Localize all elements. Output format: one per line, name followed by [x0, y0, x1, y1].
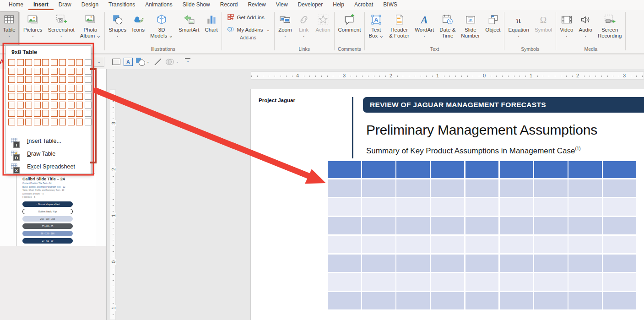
- slide-table-cell[interactable]: [362, 255, 395, 272]
- table-grid-cell-r2c9[interactable]: [76, 68, 83, 75]
- table-grid-cell-r1c4[interactable]: [34, 59, 41, 66]
- table-grid-cell-r5c1[interactable]: [8, 93, 15, 100]
- table-grid-cell-r3c6[interactable]: [51, 76, 58, 83]
- table-grid-cell-r5c5[interactable]: [42, 93, 49, 100]
- slide-table-cell[interactable]: [603, 273, 636, 291]
- table-grid-cell-r3c7[interactable]: [59, 76, 66, 83]
- table-grid-cell-r5c10[interactable]: [85, 93, 92, 100]
- line-tool-icon[interactable]: [153, 57, 162, 66]
- slide-table-header-cell[interactable]: [465, 161, 499, 178]
- slide-table-cell[interactable]: [362, 198, 395, 216]
- table-grid-cell-r7c4[interactable]: [34, 110, 41, 117]
- audio-button[interactable]: Audio⌄: [576, 11, 595, 45]
- table-grid-cell-r1c6[interactable]: [51, 59, 58, 66]
- font-color-icon[interactable]: A: [0, 57, 4, 65]
- slide-table-cell[interactable]: [362, 217, 395, 235]
- shapes-tool-chevron-icon[interactable]: ⌄: [146, 60, 150, 64]
- slide-table-cell[interactable]: [500, 179, 533, 197]
- slide-table-cell[interactable]: [500, 217, 533, 235]
- slide-table-cell[interactable]: [534, 292, 568, 310]
- get-add-ins-button[interactable]: Get Add-ins: [227, 13, 270, 22]
- table-grid-cell-r1c7[interactable]: [59, 59, 66, 66]
- pictures-button[interactable]: Pictures⌄: [21, 11, 45, 45]
- menu-item-insert-table[interactable]: IInsert Table...: [6, 135, 92, 147]
- style-combo-dropdown[interactable]: ⌄: [93, 57, 104, 67]
- slide-table-cell[interactable]: [534, 198, 568, 216]
- smartart-button[interactable]: SmartArt: [176, 11, 202, 45]
- shapes-tool-icon[interactable]: [135, 57, 146, 66]
- slide-table-cell[interactable]: [568, 217, 602, 235]
- slide-table-cell[interactable]: [500, 236, 533, 254]
- tab-review[interactable]: Review: [243, 0, 271, 10]
- table-grid-cell-r8c1[interactable]: [8, 119, 15, 125]
- my-add-ins-button[interactable]: My Add-ins⌄: [227, 25, 270, 34]
- slide-table-cell[interactable]: [568, 273, 602, 291]
- slide-table-header-cell[interactable]: [500, 161, 533, 178]
- table-grid-cell-r8c9[interactable]: [76, 119, 83, 125]
- video-button[interactable]: Video⌄: [557, 11, 576, 45]
- table-grid-cell-r4c1[interactable]: [8, 85, 15, 92]
- slide-table-cell[interactable]: [465, 217, 499, 235]
- slide-table-header-cell[interactable]: [328, 161, 361, 178]
- table-grid-cell-r8c3[interactable]: [25, 119, 32, 125]
- slide-editing-surface[interactable]: Project Jaguar REVIEW OF JAGUAR MANAGEME…: [251, 89, 644, 320]
- table-grid-cell-r6c8[interactable]: [68, 102, 75, 108]
- tab-slide-show[interactable]: Slide Show: [178, 0, 215, 10]
- table-grid-cell-r7c2[interactable]: [17, 110, 24, 117]
- slide-table-cell[interactable]: [328, 236, 361, 254]
- table-grid-cell-r2c2[interactable]: [17, 68, 24, 75]
- slide-table-cell[interactable]: [328, 273, 361, 291]
- slide-table-cell[interactable]: [465, 179, 499, 197]
- slide-table-cell[interactable]: [362, 273, 395, 291]
- slide-table-cell[interactable]: [534, 236, 568, 254]
- slide-table-cell[interactable]: [396, 292, 430, 310]
- slide-table-cell[interactable]: [396, 198, 430, 216]
- slide-table-cell[interactable]: [328, 292, 361, 310]
- table-grid-cell-r3c5[interactable]: [42, 76, 49, 83]
- table-grid-cell-r3c3[interactable]: [25, 76, 32, 83]
- table-grid-cell-r2c1[interactable]: [8, 68, 15, 75]
- slide-table-header-cell[interactable]: [431, 161, 464, 178]
- slide-table-cell[interactable]: [534, 273, 568, 291]
- table-grid-cell-r4c5[interactable]: [42, 85, 49, 92]
- slide-table-cell[interactable]: [465, 273, 499, 291]
- table-grid-cell-r6c3[interactable]: [25, 102, 32, 108]
- tab-acrobat[interactable]: Acrobat: [349, 0, 378, 10]
- slide-table-cell[interactable]: [396, 179, 430, 197]
- table-grid-cell-r6c4[interactable]: [34, 102, 41, 108]
- slide-table-cell[interactable]: [328, 255, 361, 272]
- tab-insert[interactable]: Insert: [28, 0, 54, 10]
- slide-title[interactable]: Preliminary Management Assumptions: [366, 122, 597, 138]
- tab-animations[interactable]: Animations: [140, 0, 177, 10]
- table-grid-cell-r2c3[interactable]: [25, 68, 32, 75]
- chart-button[interactable]: Chart: [202, 11, 220, 45]
- shapes-button[interactable]: Shapes⌄: [106, 11, 129, 45]
- table-grid-cell-r2c7[interactable]: [59, 68, 66, 75]
- slide-table-cell[interactable]: [328, 198, 361, 216]
- table-grid-cell-r2c10[interactable]: [85, 68, 92, 75]
- table-grid-cell-r1c10[interactable]: [85, 59, 92, 66]
- slide-table-cell[interactable]: [431, 179, 464, 197]
- table-grid-cell-r1c2[interactable]: [17, 59, 24, 66]
- slide-table-cell[interactable]: [603, 198, 636, 216]
- zoom-button[interactable]: Zoom⌄: [276, 11, 294, 45]
- table-grid-cell-r5c7[interactable]: [59, 93, 66, 100]
- table-grid-cell-r1c8[interactable]: [68, 59, 75, 66]
- table-grid-cell-r2c8[interactable]: [68, 68, 75, 75]
- slide-table-cell[interactable]: [500, 292, 533, 310]
- table-grid-cell-r8c4[interactable]: [34, 119, 41, 125]
- table-grid-cell-r1c1[interactable]: [8, 59, 15, 66]
- slide-table-cell[interactable]: [328, 217, 361, 235]
- slide-number-button[interactable]: #Slide Number: [458, 11, 482, 45]
- table-grid-cell-r3c4[interactable]: [34, 76, 41, 83]
- table-grid-cell-r1c9[interactable]: [76, 59, 83, 66]
- table-grid-cell-r3c10[interactable]: [85, 76, 92, 83]
- slide-table-cell[interactable]: [431, 273, 464, 291]
- table-grid-cell-r4c4[interactable]: [34, 85, 41, 92]
- tab-record[interactable]: Record: [215, 0, 243, 10]
- slide-table-cell[interactable]: [465, 292, 499, 310]
- table-grid-cell-r3c8[interactable]: [68, 76, 75, 83]
- slide-table-cell[interactable]: [362, 236, 395, 254]
- symbol-button[interactable]: ΩSymbol: [532, 11, 555, 45]
- project-name-label[interactable]: Project Jaguar: [259, 98, 295, 103]
